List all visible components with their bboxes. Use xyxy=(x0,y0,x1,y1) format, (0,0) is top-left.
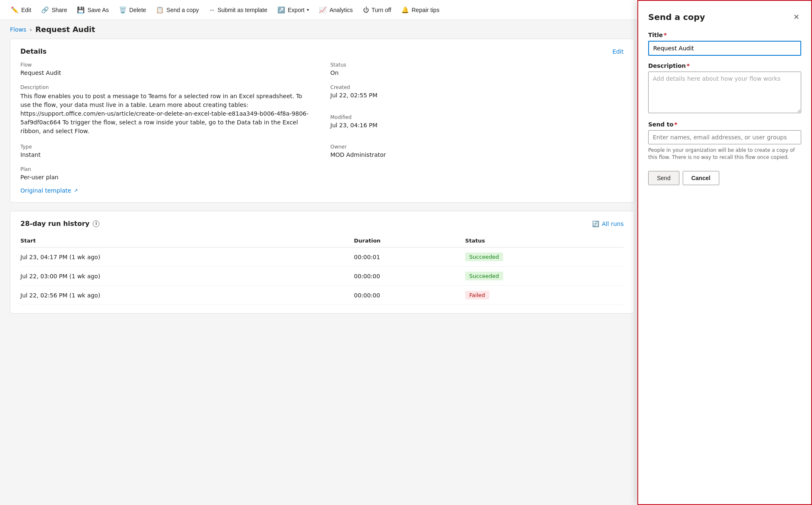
turn-off-button[interactable]: ⏻ Turn off xyxy=(359,4,395,16)
table-row: Jul 22, 02:56 PM (1 wk ago)00:00:00Faile… xyxy=(20,286,624,305)
run-history-table: Start Duration Status Jul 23, 04:17 PM (… xyxy=(20,234,624,305)
details-card-header: Details Edit xyxy=(20,47,624,55)
all-runs-label: All runs xyxy=(602,220,624,227)
title-form-group: Title* xyxy=(648,32,801,56)
run-history-card: 28-day run history i 🔄 All runs Start Du… xyxy=(10,211,634,314)
description-label: Description* xyxy=(648,62,801,69)
panel-actions: Send Cancel xyxy=(648,171,801,185)
export-icon: ↗️ xyxy=(277,6,285,14)
breadcrumb-current: Request Audit xyxy=(35,25,95,34)
details-edit-link[interactable]: Edit xyxy=(612,48,624,55)
flow-name-label: Flow xyxy=(20,62,314,68)
plan-label: Plan xyxy=(20,166,314,172)
share-icon: 🔗 xyxy=(41,6,49,14)
turn-off-icon: ⏻ xyxy=(363,6,369,13)
run-status: Failed xyxy=(465,286,624,305)
created-label: Created xyxy=(331,84,624,90)
run-start: Jul 22, 03:00 PM (1 wk ago) xyxy=(20,267,354,286)
status-value: On xyxy=(331,69,624,76)
run-history-title-container: 28-day run history i xyxy=(20,220,99,228)
original-template-link[interactable]: Original template ↗ xyxy=(20,187,78,194)
status-label: Status xyxy=(331,62,624,68)
delete-button[interactable]: 🗑️ Delete xyxy=(115,4,150,16)
plan-value: Per-user plan xyxy=(20,174,314,181)
type-value: Instant xyxy=(20,151,314,158)
details-card: Details Edit Flow Request Audit Status O… xyxy=(10,39,634,203)
breadcrumb-separator: › xyxy=(30,26,32,33)
delete-icon: 🗑️ xyxy=(119,6,127,14)
col-status: Status xyxy=(465,234,624,248)
send-to-required-star: * xyxy=(674,121,677,128)
run-start: Jul 22, 02:56 PM (1 wk ago) xyxy=(20,286,354,305)
send-to-label: Send to* xyxy=(648,121,801,128)
repair-tips-button[interactable]: 🔔 Repair tips xyxy=(397,4,444,16)
send-copy-panel: Send a copy ✕ Title* Description* Send t… xyxy=(637,0,812,505)
description-label: Description xyxy=(20,84,314,90)
edit-button[interactable]: ✏️ Edit xyxy=(7,4,35,16)
all-runs-link[interactable]: 🔄 All runs xyxy=(592,220,624,227)
info-icon[interactable]: i xyxy=(93,220,99,227)
run-history-header: 28-day run history i 🔄 All runs xyxy=(20,220,624,228)
cancel-button[interactable]: Cancel xyxy=(683,171,719,185)
run-start: Jul 23, 04:17 PM (1 wk ago) xyxy=(20,248,354,267)
edit-icon: ✏️ xyxy=(11,6,19,14)
status-badge: Failed xyxy=(465,291,489,300)
col-start: Start xyxy=(20,234,354,248)
status-badge: Succeeded xyxy=(465,272,503,280)
title-input[interactable] xyxy=(648,41,801,56)
share-button[interactable]: 🔗 Share xyxy=(37,4,71,16)
export-chevron-icon: ▾ xyxy=(307,7,309,12)
owner-value: MOD Administrator xyxy=(331,151,624,158)
type-label: Type xyxy=(20,144,314,150)
submit-template-icon: ↔️ xyxy=(209,6,215,13)
created-value: Jul 22, 02:55 PM xyxy=(331,92,624,99)
run-history-title: 28-day run history xyxy=(20,220,89,228)
refresh-icon: 🔄 xyxy=(592,220,599,227)
flow-name-value: Request Audit xyxy=(20,69,314,76)
table-row: Jul 22, 03:00 PM (1 wk ago)00:00:00Succe… xyxy=(20,267,624,286)
details-title: Details xyxy=(20,47,47,55)
description-required-star: * xyxy=(687,62,690,69)
save-as-button[interactable]: 💾 Save As xyxy=(73,4,113,16)
details-grid: Flow Request Audit Status On Description… xyxy=(20,62,624,181)
panel-close-button[interactable]: ✕ xyxy=(792,11,801,23)
description-value: This flow enables you to post a message … xyxy=(20,92,314,136)
left-content: Details Edit Flow Request Audit Status O… xyxy=(10,39,634,322)
description-textarea[interactable] xyxy=(648,72,801,113)
send-copy-button[interactable]: 📋 Send a copy xyxy=(152,4,203,16)
status-badge: Succeeded xyxy=(465,252,503,261)
title-label: Title* xyxy=(648,32,801,38)
run-status: Succeeded xyxy=(465,248,624,267)
run-status: Succeeded xyxy=(465,267,624,286)
send-copy-icon: 📋 xyxy=(156,6,164,14)
breadcrumb-parent[interactable]: Flows xyxy=(10,26,26,33)
run-duration: 00:00:01 xyxy=(354,248,465,267)
description-item: Description This flow enables you to pos… xyxy=(20,84,314,136)
analytics-icon: 📈 xyxy=(319,6,327,14)
run-duration: 00:00:00 xyxy=(354,267,465,286)
submit-template-button[interactable]: ↔️ Submit as template xyxy=(205,4,271,16)
modified-item: Modified Jul 23, 04:16 PM xyxy=(331,114,624,136)
created-item: Created Jul 22, 02:55 PM xyxy=(331,84,624,106)
owner-label: Owner xyxy=(331,144,624,150)
panel-header: Send a copy ✕ xyxy=(648,11,801,23)
modified-label: Modified xyxy=(331,114,624,120)
send-to-form-group: Send to* People in your organization wil… xyxy=(648,121,801,161)
modified-value: Jul 23, 04:16 PM xyxy=(331,122,624,129)
analytics-button[interactable]: 📈 Analytics xyxy=(315,4,357,16)
status-item: Status On xyxy=(331,62,624,76)
run-duration: 00:00:00 xyxy=(354,286,465,305)
plan-item: Plan Per-user plan xyxy=(20,166,314,181)
export-button[interactable]: ↗️ Export ▾ xyxy=(273,4,313,16)
send-to-input[interactable] xyxy=(648,130,801,144)
table-row: Jul 23, 04:17 PM (1 wk ago)00:00:01Succe… xyxy=(20,248,624,267)
send-to-hint: People in your organization will be able… xyxy=(648,147,801,161)
owner-item: Owner MOD Administrator xyxy=(331,144,624,158)
send-button[interactable]: Send xyxy=(648,171,679,185)
panel-title: Send a copy xyxy=(648,12,705,22)
original-template-label: Original template xyxy=(20,187,71,194)
description-form-group: Description* xyxy=(648,62,801,114)
type-item: Type Instant xyxy=(20,144,314,158)
title-required-star: * xyxy=(664,32,666,38)
external-link-icon: ↗ xyxy=(74,188,78,193)
